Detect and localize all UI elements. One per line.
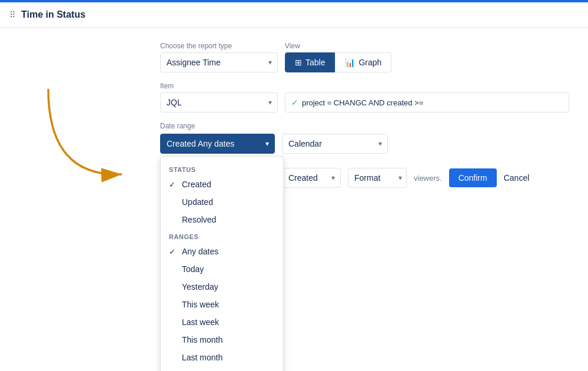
cancel-button[interactable]: Cancel	[504, 173, 530, 183]
item-select[interactable]: JQL Board Sprint	[160, 92, 278, 112]
range-last-week-label: Last week	[182, 317, 219, 327]
format-select-wrapper[interactable]: Format Days Hours	[348, 168, 407, 188]
range-this-week-label: This week	[182, 300, 219, 309]
date-range-controls: Created Any dates STATUS ✓ Created Updat…	[160, 134, 569, 154]
ranges-section-label: RANGES	[161, 228, 283, 243]
range-this-week-item[interactable]: This week	[161, 296, 283, 313]
confirm-button[interactable]: Confirm	[449, 168, 497, 187]
date-range-select-wrapper[interactable]: Created Any dates	[160, 134, 275, 154]
report-type-field-group: Choose the report type Assignee Time Sta…	[160, 42, 278, 72]
viewers-text: viewers.	[414, 174, 442, 183]
range-yesterday-item[interactable]: Yesterday	[161, 278, 283, 296]
main-content: Choose the report type Assignee Time Sta…	[0, 28, 588, 202]
status-section-label: STATUS	[161, 161, 283, 175]
range-this-month-label: This month	[182, 335, 222, 344]
status-created-item[interactable]: ✓ Created	[161, 175, 283, 193]
secondary-select[interactable]: Created	[282, 168, 341, 188]
drag-icon[interactable]: ⠿	[9, 10, 15, 19]
range-last-month-label: Last month	[182, 353, 222, 362]
table-label: Table	[305, 58, 325, 67]
report-type-row: Choose the report type Assignee Time Sta…	[160, 42, 569, 72]
status-updated-label: Updated	[182, 197, 213, 207]
range-last-30-days-item[interactable]: Last 30 days	[161, 366, 283, 371]
status-resolved-item[interactable]: Resolved	[161, 211, 283, 228]
view-label: View	[285, 42, 391, 50]
range-this-month-item[interactable]: This month	[161, 331, 283, 349]
date-range-row: Date range Created Any dates STATUS ✓	[160, 122, 569, 154]
graph-label: Graph	[358, 58, 381, 67]
date-range-dropdown-menu: STATUS ✓ Created Updated Resolved	[160, 156, 284, 371]
table-icon: ⊞	[295, 58, 302, 67]
format-select[interactable]: Format Days Hours	[348, 168, 407, 188]
range-any-dates-item[interactable]: ✓ Any dates	[161, 243, 283, 260]
item-label: Item	[160, 82, 278, 90]
status-resolved-label: Resolved	[182, 215, 216, 224]
table-view-button[interactable]: ⊞ Table	[285, 52, 335, 72]
page-title: Time in Status	[21, 9, 85, 20]
arrow-area	[19, 42, 148, 188]
report-type-label: Choose the report type	[160, 42, 278, 50]
date-range-dropdown-container: Created Any dates STATUS ✓ Created Updat…	[160, 134, 275, 154]
form-area: Choose the report type Assignee Time Sta…	[160, 42, 569, 188]
jql-check-icon: ✓	[291, 98, 298, 107]
jql-field: ✓ project = CHANGC AND created >=	[285, 92, 569, 112]
range-today-item[interactable]: Today	[161, 260, 283, 278]
status-created-label: Created	[182, 180, 211, 189]
view-buttons-group: ⊞ Table 📊 Graph	[285, 52, 391, 72]
any-dates-check-icon: ✓	[169, 247, 177, 256]
range-last-week-item[interactable]: Last week	[161, 313, 283, 331]
range-yesterday-label: Yesterday	[182, 282, 218, 292]
item-row: Item JQL Board Sprint ✓ project = CHANGC…	[160, 82, 569, 112]
report-type-select[interactable]: Assignee Time Status Time Status Count	[160, 52, 278, 72]
secondary-select-wrapper[interactable]: Created	[282, 168, 341, 188]
item-select-wrapper[interactable]: JQL Board Sprint	[160, 92, 278, 112]
report-type-select-wrapper[interactable]: Assignee Time Status Time Status Count	[160, 52, 278, 72]
range-last-month-item[interactable]: Last month	[161, 349, 283, 366]
created-check-icon: ✓	[169, 180, 177, 189]
jql-value: project = CHANGC AND created >=	[302, 98, 423, 107]
date-range-label: Date range	[160, 122, 569, 130]
graph-icon: 📊	[345, 58, 355, 67]
range-today-label: Today	[182, 264, 204, 274]
view-field-group: View ⊞ Table 📊 Graph	[285, 42, 391, 72]
header: ⠿ Time in Status	[0, 2, 588, 28]
date-range-select[interactable]: Created Any dates	[160, 134, 275, 154]
status-updated-item[interactable]: Updated	[161, 193, 283, 211]
calendar-select-wrapper[interactable]: Calendar List	[282, 134, 388, 154]
graph-view-button[interactable]: 📊 Graph	[335, 52, 391, 72]
arrow-graphic	[31, 77, 148, 195]
item-field-group: Item JQL Board Sprint	[160, 82, 278, 112]
calendar-select[interactable]: Calendar List	[282, 134, 388, 154]
range-any-dates-label: Any dates	[182, 247, 218, 256]
